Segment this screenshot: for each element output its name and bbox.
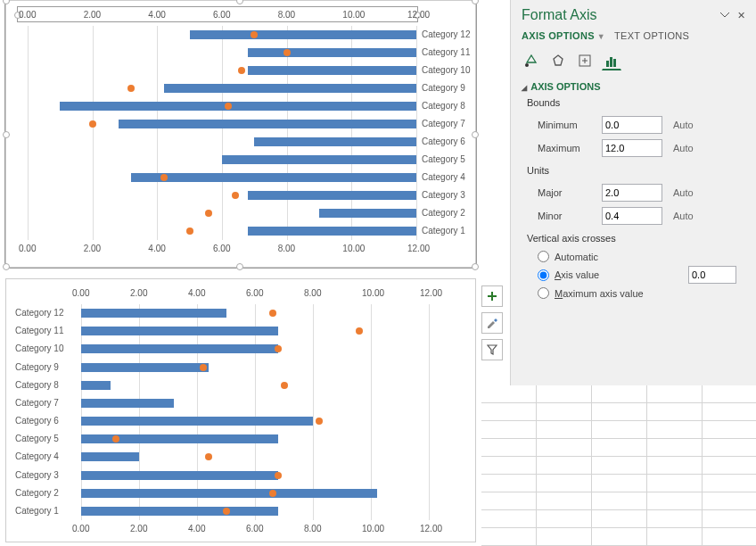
category-label: Category 4 <box>15 451 78 461</box>
bar[interactable] <box>81 489 377 498</box>
data-point[interactable] <box>225 103 232 110</box>
bar[interactable] <box>81 434 278 443</box>
svg-point-0 <box>525 63 529 67</box>
data-point[interactable] <box>269 310 276 317</box>
axis-tick-top: 6.00 <box>213 10 230 20</box>
minimum-label: Minimum <box>538 120 602 130</box>
axis-options-icon[interactable] <box>602 51 621 70</box>
axis-tick-bottom: 12.00 <box>420 524 442 534</box>
axis-tick-top: 10.00 <box>342 10 365 20</box>
vcross-axisvalue-radio[interactable] <box>538 269 549 281</box>
data-point[interactable] <box>186 228 193 235</box>
bar[interactable] <box>119 120 416 128</box>
bar[interactable] <box>81 363 209 372</box>
category-label: Category 3 <box>15 470 78 480</box>
bar[interactable] <box>222 155 416 164</box>
bar[interactable] <box>81 327 278 335</box>
axis-tick-top: 2.00 <box>130 288 147 298</box>
minimum-input[interactable] <box>602 116 662 134</box>
worksheet-grid[interactable] <box>481 385 756 546</box>
size-properties-icon[interactable] <box>575 51 595 70</box>
data-point[interactable] <box>281 382 288 389</box>
data-point[interactable] <box>89 120 96 128</box>
tab-text-options[interactable]: TEXT OPTIONS <box>614 30 689 44</box>
bar[interactable] <box>319 209 416 218</box>
bar[interactable] <box>254 137 416 146</box>
bounds-label: Bounds <box>527 97 745 108</box>
pane-menu-button[interactable] <box>719 9 731 21</box>
data-point[interactable] <box>284 49 291 56</box>
bar[interactable] <box>81 417 313 426</box>
svg-rect-4 <box>610 57 612 67</box>
vcross-value-input[interactable] <box>688 266 736 284</box>
category-label: Category 11 <box>422 47 470 57</box>
axis-tick-bottom: 0.00 <box>72 524 89 534</box>
category-label: Category 1 <box>15 506 78 516</box>
bar[interactable] <box>248 48 416 57</box>
fill-line-icon[interactable] <box>522 51 541 70</box>
axis-tick-top: 6.00 <box>246 288 263 298</box>
data-point[interactable] <box>275 472 282 479</box>
bar[interactable] <box>164 84 416 93</box>
format-axis-pane: Format Axis ✕ AXIS OPTIONS▼ TEXT OPTIONS… <box>510 0 756 385</box>
bar[interactable] <box>81 452 139 461</box>
data-point[interactable] <box>112 435 119 443</box>
bar[interactable] <box>81 344 278 353</box>
major-input[interactable] <box>602 184 662 202</box>
chart-styles-button[interactable] <box>481 312 503 334</box>
data-point[interactable] <box>316 418 323 425</box>
minor-auto[interactable]: Auto <box>673 211 694 221</box>
vcross-maxvalue-radio[interactable] <box>538 287 549 299</box>
category-label: Category 3 <box>422 190 465 200</box>
vcross-automatic-radio[interactable] <box>538 251 549 262</box>
bar[interactable] <box>248 66 416 75</box>
tab-axis-options[interactable]: AXIS OPTIONS▼ <box>522 30 605 44</box>
bar[interactable] <box>190 30 416 39</box>
axis-options-section[interactable]: AXIS OPTIONS <box>522 81 745 92</box>
data-point[interactable] <box>205 210 212 217</box>
pane-title: Format Axis <box>522 7 715 23</box>
data-point[interactable] <box>356 327 363 335</box>
chart-1[interactable]: 0.000.002.002.004.004.006.006.008.008.00… <box>5 0 476 268</box>
major-auto[interactable]: Auto <box>673 187 694 198</box>
bar[interactable] <box>81 381 111 390</box>
axis-tick-bottom: 0.00 <box>19 244 36 253</box>
bar[interactable] <box>81 399 174 408</box>
data-point[interactable] <box>223 508 230 515</box>
axis-tick-bottom: 6.00 <box>246 524 263 534</box>
axis-tick-top: 10.00 <box>362 288 384 298</box>
data-point[interactable] <box>238 67 245 74</box>
bar[interactable] <box>60 102 416 111</box>
chart-filters-button[interactable] <box>481 339 503 360</box>
category-label: Category 12 <box>15 308 78 318</box>
data-point[interactable] <box>251 31 258 38</box>
effects-icon[interactable] <box>548 51 568 70</box>
chart-elements-button[interactable] <box>481 285 503 307</box>
bar-chart-icon <box>604 54 619 68</box>
data-point[interactable] <box>127 85 135 92</box>
bar[interactable] <box>248 227 416 236</box>
data-point[interactable] <box>232 192 239 199</box>
bar[interactable] <box>81 471 278 480</box>
bar[interactable] <box>248 191 416 200</box>
minimum-auto[interactable]: Auto <box>673 120 694 130</box>
maximum-input[interactable] <box>602 139 662 157</box>
bar[interactable] <box>131 173 416 182</box>
chart-2[interactable]: 0.000.002.002.004.004.006.006.008.008.00… <box>5 278 476 542</box>
data-point[interactable] <box>275 345 282 352</box>
category-label: Category 5 <box>422 154 465 164</box>
pane-close-button[interactable]: ✕ <box>735 9 747 21</box>
data-point[interactable] <box>200 364 207 371</box>
category-label: Category 9 <box>422 83 465 93</box>
units-label: Units <box>527 165 745 176</box>
minor-input[interactable] <box>602 207 662 225</box>
bar[interactable] <box>81 507 278 516</box>
bar[interactable] <box>81 309 226 318</box>
chart-1-plot: 0.000.002.002.004.004.006.006.008.008.00… <box>28 26 416 240</box>
data-point[interactable] <box>269 490 276 497</box>
data-point[interactable] <box>205 453 212 460</box>
maximum-auto[interactable]: Auto <box>673 143 694 153</box>
axis-tick-bottom: 2.00 <box>130 524 147 534</box>
data-point[interactable] <box>160 174 168 181</box>
chart-side-toolbar <box>481 285 505 366</box>
